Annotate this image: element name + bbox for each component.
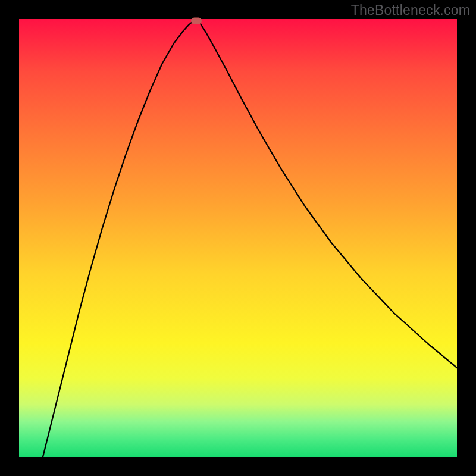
- bottleneck-curve: [19, 19, 457, 457]
- chart-frame: TheBottleneck.com: [0, 0, 476, 476]
- plot-area: [19, 19, 457, 457]
- watermark-text: TheBottleneck.com: [351, 2, 470, 18]
- optimal-point-marker: [191, 18, 202, 24]
